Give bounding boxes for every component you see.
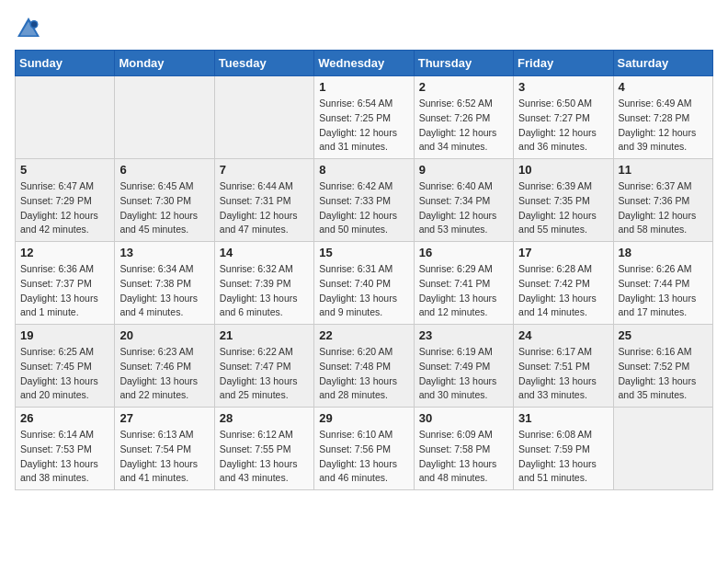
day-number: 20: [119, 328, 209, 342]
calendar-week-4: 19Sunrise: 6:25 AM Sunset: 7:45 PM Dayli…: [16, 325, 713, 408]
calendar-cell: 12Sunrise: 6:36 AM Sunset: 7:37 PM Dayli…: [16, 242, 115, 325]
calendar-cell: 1Sunrise: 6:54 AM Sunset: 7:25 PM Daylig…: [314, 76, 414, 159]
calendar-cell: 30Sunrise: 6:09 AM Sunset: 7:58 PM Dayli…: [414, 408, 513, 490]
day-info: Sunrise: 6:22 AM Sunset: 7:47 PM Dayligh…: [220, 345, 309, 403]
day-info: Sunrise: 6:20 AM Sunset: 7:48 PM Dayligh…: [319, 345, 408, 403]
calendar-week-5: 26Sunrise: 6:14 AM Sunset: 7:53 PM Dayli…: [16, 408, 713, 490]
day-number: 31: [518, 411, 608, 425]
calendar-cell: 26Sunrise: 6:14 AM Sunset: 7:53 PM Dayli…: [16, 408, 115, 490]
day-number: 14: [220, 246, 309, 259]
day-info: Sunrise: 6:54 AM Sunset: 7:25 PM Dayligh…: [319, 97, 408, 155]
day-number: 3: [518, 80, 608, 94]
day-info: Sunrise: 6:17 AM Sunset: 7:51 PM Dayligh…: [518, 345, 608, 403]
day-info: Sunrise: 6:26 AM Sunset: 7:44 PM Dayligh…: [619, 262, 708, 320]
day-info: Sunrise: 6:28 AM Sunset: 7:42 PM Dayligh…: [518, 262, 608, 320]
day-info: Sunrise: 6:23 AM Sunset: 7:46 PM Dayligh…: [119, 345, 209, 403]
day-info: Sunrise: 6:29 AM Sunset: 7:41 PM Dayligh…: [419, 262, 508, 320]
day-number: 28: [220, 411, 309, 425]
calendar-table: SundayMondayTuesdayWednesdayThursdayFrid…: [15, 50, 713, 490]
header-day-sunday: Sunday: [16, 51, 115, 76]
day-number: 30: [419, 411, 508, 425]
calendar-cell: [214, 76, 313, 159]
calendar-cell: 20Sunrise: 6:23 AM Sunset: 7:46 PM Dayli…: [115, 325, 214, 408]
day-number: 8: [319, 163, 408, 177]
day-number: 13: [119, 246, 209, 259]
calendar-cell: 31Sunrise: 6:08 AM Sunset: 7:59 PM Dayli…: [514, 408, 613, 490]
day-info: Sunrise: 6:52 AM Sunset: 7:26 PM Dayligh…: [419, 97, 508, 155]
day-number: 7: [220, 163, 309, 177]
day-info: Sunrise: 6:45 AM Sunset: 7:30 PM Dayligh…: [119, 179, 209, 237]
day-info: Sunrise: 6:10 AM Sunset: 7:56 PM Dayligh…: [319, 428, 408, 486]
calendar-cell: 27Sunrise: 6:13 AM Sunset: 7:54 PM Dayli…: [115, 408, 214, 490]
day-info: Sunrise: 6:12 AM Sunset: 7:55 PM Dayligh…: [220, 428, 309, 486]
day-number: 9: [419, 163, 508, 177]
day-info: Sunrise: 6:37 AM Sunset: 7:36 PM Dayligh…: [619, 179, 708, 237]
calendar-week-1: 1Sunrise: 6:54 AM Sunset: 7:25 PM Daylig…: [16, 76, 713, 159]
day-info: Sunrise: 6:16 AM Sunset: 7:52 PM Dayligh…: [619, 345, 708, 403]
calendar-cell: 11Sunrise: 6:37 AM Sunset: 7:36 PM Dayli…: [613, 159, 712, 242]
calendar-cell: 24Sunrise: 6:17 AM Sunset: 7:51 PM Dayli…: [514, 325, 613, 408]
day-number: 5: [20, 163, 109, 177]
calendar-cell: 2Sunrise: 6:52 AM Sunset: 7:26 PM Daylig…: [414, 76, 513, 159]
logo-icon: [15, 15, 42, 42]
day-info: Sunrise: 6:34 AM Sunset: 7:38 PM Dayligh…: [119, 262, 209, 320]
calendar-cell: 15Sunrise: 6:31 AM Sunset: 7:40 PM Dayli…: [314, 242, 414, 325]
day-number: 12: [20, 246, 109, 259]
day-number: 25: [619, 328, 708, 342]
day-info: Sunrise: 6:42 AM Sunset: 7:33 PM Dayligh…: [319, 179, 408, 237]
header-day-saturday: Saturday: [613, 51, 712, 76]
calendar-cell: 16Sunrise: 6:29 AM Sunset: 7:41 PM Dayli…: [414, 242, 513, 325]
day-info: Sunrise: 6:47 AM Sunset: 7:29 PM Dayligh…: [20, 179, 109, 237]
calendar-cell: 18Sunrise: 6:26 AM Sunset: 7:44 PM Dayli…: [613, 242, 712, 325]
calendar-cell: 10Sunrise: 6:39 AM Sunset: 7:35 PM Dayli…: [514, 159, 613, 242]
day-number: 26: [20, 411, 109, 425]
day-info: Sunrise: 6:32 AM Sunset: 7:39 PM Dayligh…: [220, 262, 309, 320]
calendar-cell: [16, 76, 115, 159]
day-info: Sunrise: 6:09 AM Sunset: 7:58 PM Dayligh…: [419, 428, 508, 486]
header-day-friday: Friday: [514, 51, 613, 76]
day-number: 18: [619, 246, 708, 259]
day-number: 19: [20, 328, 109, 342]
calendar-week-2: 5Sunrise: 6:47 AM Sunset: 7:29 PM Daylig…: [16, 159, 713, 242]
calendar-cell: [115, 76, 214, 159]
calendar-cell: 5Sunrise: 6:47 AM Sunset: 7:29 PM Daylig…: [16, 159, 115, 242]
day-number: 2: [419, 80, 508, 94]
header-day-tuesday: Tuesday: [214, 51, 313, 76]
day-number: 23: [419, 328, 508, 342]
header-day-wednesday: Wednesday: [314, 51, 414, 76]
day-number: 15: [319, 246, 408, 259]
header-day-thursday: Thursday: [414, 51, 513, 76]
day-info: Sunrise: 6:08 AM Sunset: 7:59 PM Dayligh…: [518, 428, 608, 486]
calendar-cell: 9Sunrise: 6:40 AM Sunset: 7:34 PM Daylig…: [414, 159, 513, 242]
day-info: Sunrise: 6:39 AM Sunset: 7:35 PM Dayligh…: [518, 179, 608, 237]
calendar-cell: 23Sunrise: 6:19 AM Sunset: 7:49 PM Dayli…: [414, 325, 513, 408]
calendar-header: SundayMondayTuesdayWednesdayThursdayFrid…: [16, 51, 713, 76]
day-info: Sunrise: 6:25 AM Sunset: 7:45 PM Dayligh…: [20, 345, 109, 403]
calendar-cell: 28Sunrise: 6:12 AM Sunset: 7:55 PM Dayli…: [214, 408, 313, 490]
day-info: Sunrise: 6:36 AM Sunset: 7:37 PM Dayligh…: [20, 262, 109, 320]
day-number: 22: [319, 328, 408, 342]
day-number: 21: [220, 328, 309, 342]
day-info: Sunrise: 6:31 AM Sunset: 7:40 PM Dayligh…: [319, 262, 408, 320]
day-number: 17: [518, 246, 608, 259]
calendar-cell: 4Sunrise: 6:49 AM Sunset: 7:28 PM Daylig…: [613, 76, 712, 159]
calendar-cell: 6Sunrise: 6:45 AM Sunset: 7:30 PM Daylig…: [115, 159, 214, 242]
calendar-cell: 8Sunrise: 6:42 AM Sunset: 7:33 PM Daylig…: [314, 159, 414, 242]
calendar-cell: 21Sunrise: 6:22 AM Sunset: 7:47 PM Dayli…: [214, 325, 313, 408]
day-number: 24: [518, 328, 608, 342]
day-number: 16: [419, 246, 508, 259]
day-number: 6: [119, 163, 209, 177]
calendar-cell: 29Sunrise: 6:10 AM Sunset: 7:56 PM Dayli…: [314, 408, 414, 490]
page-header: [15, 15, 713, 42]
day-number: 1: [319, 80, 408, 94]
calendar-cell: 22Sunrise: 6:20 AM Sunset: 7:48 PM Dayli…: [314, 325, 414, 408]
calendar-cell: 17Sunrise: 6:28 AM Sunset: 7:42 PM Dayli…: [514, 242, 613, 325]
calendar-cell: 25Sunrise: 6:16 AM Sunset: 7:52 PM Dayli…: [613, 325, 712, 408]
calendar-cell: 19Sunrise: 6:25 AM Sunset: 7:45 PM Dayli…: [16, 325, 115, 408]
day-info: Sunrise: 6:13 AM Sunset: 7:54 PM Dayligh…: [119, 428, 209, 486]
day-number: 10: [518, 163, 608, 177]
svg-point-3: [31, 22, 37, 28]
header-row: SundayMondayTuesdayWednesdayThursdayFrid…: [16, 51, 713, 76]
calendar-week-3: 12Sunrise: 6:36 AM Sunset: 7:37 PM Dayli…: [16, 242, 713, 325]
day-number: 11: [619, 163, 708, 177]
